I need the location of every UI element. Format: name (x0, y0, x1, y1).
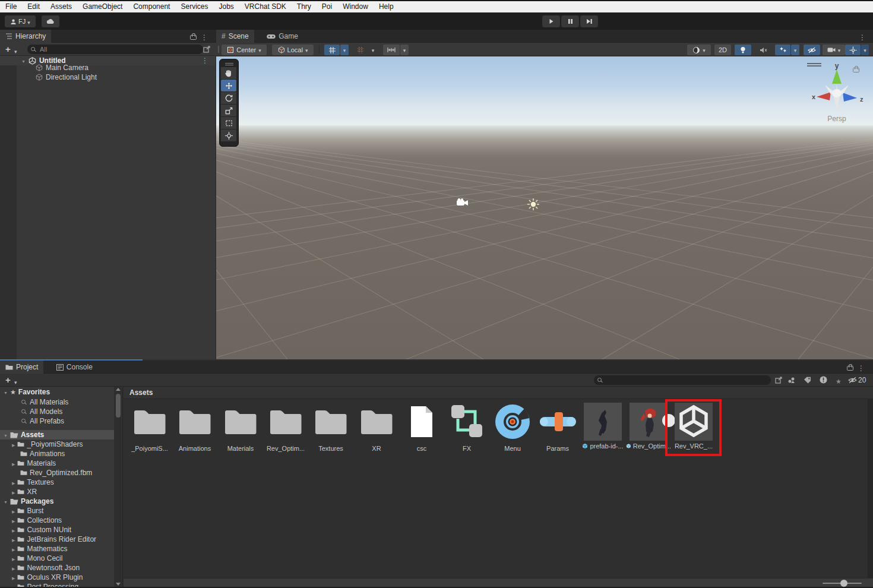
shading-mode-button[interactable] (687, 45, 711, 55)
tree-folder[interactable]: Rev_Optimized.fbm (20, 468, 92, 478)
account-button[interactable]: FJ (5, 15, 36, 27)
tree-folder[interactable]: Textures (12, 478, 54, 487)
projection-label[interactable]: Persp (804, 115, 869, 123)
tree-packages-root[interactable]: Packages (4, 497, 53, 506)
tree-assets-root[interactable]: Assets (0, 430, 114, 440)
lighting-toggle[interactable] (735, 45, 751, 55)
rect-tool-button[interactable] (221, 117, 236, 129)
tab-game[interactable]: Game (261, 30, 303, 43)
asset-item[interactable]: XR (354, 403, 399, 452)
zoom-slider-knob[interactable] (840, 580, 847, 587)
asset-item[interactable]: Rev_Optim... (626, 403, 671, 450)
pivot-mode-button[interactable]: Center (222, 45, 267, 55)
hidden-count[interactable]: 20 (848, 376, 866, 384)
snap-increment-toggle[interactable] (353, 45, 368, 55)
asset-item[interactable]: prefab-id-... (580, 403, 625, 450)
favorites-filter-icon[interactable] (836, 375, 842, 386)
open-search-window-icon[interactable] (775, 377, 782, 384)
effects-dropdown[interactable] (791, 45, 799, 55)
tree-folder[interactable]: XR (12, 487, 37, 497)
camera-gizmo-icon[interactable] (456, 198, 469, 207)
tree-all-prefabs[interactable]: All Prefabs (21, 416, 64, 426)
project-create-dropdown-icon[interactable] (14, 376, 17, 387)
scene-row-untitled[interactable]: Untitled (0, 56, 216, 65)
project-create-button[interactable] (5, 375, 11, 385)
tab-hierarchy[interactable]: Hierarchy (0, 30, 51, 43)
asset-item[interactable]: Rev_Optim... (263, 403, 308, 452)
asset-item[interactable]: _PoiyomiS... (127, 403, 172, 452)
tree-folder[interactable]: Burst (12, 506, 43, 516)
asset-item[interactable]: Materials (218, 403, 263, 452)
tree-folder[interactable]: Collections (12, 516, 62, 525)
tree-folder[interactable]: Mathematics (12, 544, 67, 554)
camera-settings-button[interactable] (823, 45, 845, 55)
tab-console[interactable]: Console (51, 361, 98, 374)
scroll-up-icon[interactable] (116, 388, 121, 391)
pick-window-icon[interactable] (203, 46, 210, 53)
lock-icon[interactable] (190, 33, 196, 40)
menu-edit[interactable]: Edit (22, 1, 45, 12)
move-tool-button[interactable] (221, 80, 236, 91)
search-by-label-icon[interactable] (804, 377, 811, 384)
expand-icon[interactable] (21, 56, 26, 65)
scene-menu-icon[interactable] (201, 56, 208, 65)
tree-folder[interactable]: Oculus XR Plugin (12, 573, 83, 582)
transform-tool-button[interactable] (221, 129, 236, 141)
search-by-type-icon[interactable] (787, 377, 796, 384)
effects-toggle[interactable] (775, 45, 790, 55)
palette-handle[interactable] (221, 61, 237, 67)
audio-toggle[interactable] (755, 45, 771, 55)
tree-scrollbar[interactable] (114, 387, 122, 588)
gizmos-toggle[interactable] (845, 45, 861, 55)
menu-poi[interactable]: Poi (317, 1, 337, 12)
tree-folder[interactable]: Newtonsoft Json (12, 563, 80, 573)
menu-file[interactable]: File (0, 1, 22, 12)
grid-snap-dropdown[interactable] (340, 45, 349, 55)
menu-thry[interactable]: Thry (292, 1, 317, 12)
menu-window[interactable]: Window (337, 1, 374, 12)
light-gizmo-icon[interactable] (527, 198, 540, 211)
hierarchy-search-input[interactable]: All (27, 45, 203, 54)
menu-vrchat-sdk[interactable]: VRChat SDK (239, 1, 292, 12)
menu-jobs[interactable]: Jobs (213, 1, 239, 12)
tree-folder[interactable]: Animations (20, 449, 65, 459)
handle-rotation-button[interactable]: Local (272, 45, 314, 55)
hierarchy-menu-icon[interactable] (201, 31, 208, 42)
asset-item[interactable]: csc (399, 403, 444, 452)
asset-item[interactable]: Animations (172, 403, 217, 452)
scene-visibility-toggle[interactable] (804, 45, 820, 55)
orientation-gizmo[interactable]: y x z Persp (804, 58, 869, 129)
tree-all-materials[interactable]: All Materials (21, 397, 68, 407)
scroll-down-icon[interactable] (116, 583, 121, 586)
project-menu-icon[interactable] (858, 362, 865, 373)
tab-scene[interactable]: # Scene (216, 30, 254, 43)
menu-help[interactable]: Help (374, 1, 399, 12)
cloud-button[interactable] (42, 15, 59, 27)
asset-item[interactable]: FX (444, 403, 489, 452)
breadcrumb[interactable]: Assets (129, 388, 153, 397)
assets-scrollbar[interactable] (868, 399, 873, 578)
tree-all-models[interactable]: All Models (21, 407, 62, 416)
project-search-input[interactable] (594, 375, 771, 385)
log-icon[interactable] (820, 376, 827, 384)
project-lock-icon[interactable] (847, 364, 853, 371)
tree-folder[interactable]: JetBrains Rider Editor (12, 535, 96, 544)
scene-viewport[interactable]: y x z Persp (216, 56, 873, 359)
gizmos-dropdown[interactable] (861, 45, 869, 55)
tree-folder[interactable]: Materials (12, 459, 56, 468)
measure-tool-dropdown[interactable] (400, 45, 409, 55)
hierarchy-item-main-camera[interactable]: Main Camera (36, 63, 88, 72)
tree-folder[interactable]: _PoiyomiShaders (12, 440, 83, 449)
tree-folder[interactable]: Custom NUnit (12, 525, 71, 535)
menu-component[interactable]: Component (128, 1, 175, 12)
asset-item[interactable]: Menu (490, 403, 535, 452)
snap-increment-dropdown[interactable] (369, 45, 377, 55)
measure-tool-button[interactable] (383, 45, 400, 55)
asset-item[interactable]: Textures (308, 403, 353, 452)
menu-services[interactable]: Services (175, 1, 213, 12)
scale-tool-button[interactable] (221, 105, 236, 116)
asset-item[interactable]: Params (535, 403, 580, 452)
play-button[interactable] (542, 15, 560, 27)
grid-snap-toggle[interactable] (324, 45, 340, 55)
view-tool-button[interactable] (221, 67, 236, 79)
